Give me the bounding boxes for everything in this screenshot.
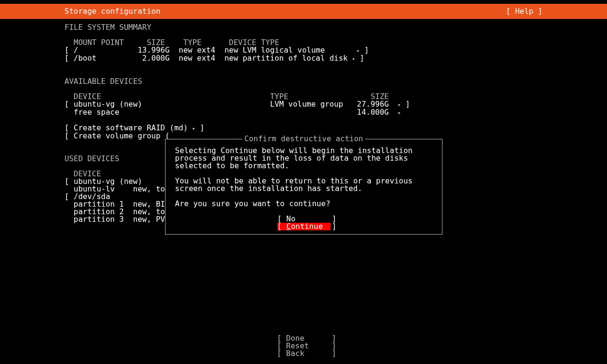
dialog-text: Are you sure you want to continue?: [175, 200, 432, 208]
dialog-title: Confirm destructive action: [166, 135, 442, 143]
chevron-right-icon: ▸: [193, 126, 195, 131]
footer-buttons: [ Done ] [ Reset ] [ Back ]: [0, 335, 607, 357]
chevron-right-icon: ▸: [357, 48, 360, 53]
available-row[interactable]: free space 14.000G ▸: [64, 109, 543, 117]
back-button[interactable]: [ Back ]: [277, 350, 330, 357]
confirm-dialog: Confirm destructive action Selecting Con…: [165, 139, 442, 235]
page-title: Storage configuration: [64, 8, 160, 15]
help-button[interactable]: [ Help ]: [506, 8, 543, 15]
chevron-right-icon: ▸: [352, 56, 355, 61]
chevron-right-icon: ▸: [398, 102, 401, 107]
dialog-text: You will not be able to return to this o…: [175, 177, 432, 192]
continue-button[interactable]: [ Continue ]: [277, 223, 331, 230]
section-available: AVAILABLE DEVICES: [64, 78, 543, 85]
section-fs-summary: FILE SYSTEM SUMMARY: [64, 24, 543, 31]
fs-row[interactable]: [ /boot 2.000G new ext4 new partition of…: [64, 55, 543, 63]
dialog-text: Selecting Continue below will begin the …: [175, 147, 432, 170]
dialog-body: Selecting Continue below will begin the …: [175, 147, 432, 208]
title-bar: Storage configuration [ Help ]: [0, 4, 607, 19]
chevron-right-icon: ▸: [398, 110, 401, 115]
